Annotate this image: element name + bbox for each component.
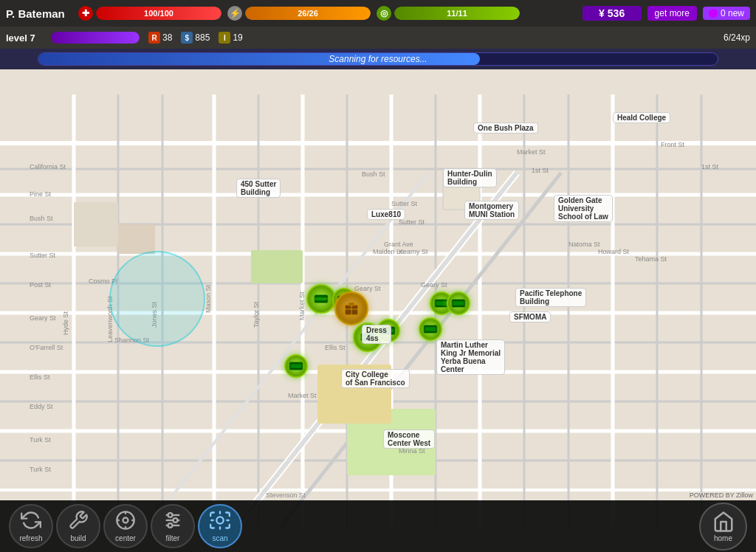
refresh-label: refresh (19, 534, 42, 542)
resource-i-count: I 19 (219, 32, 242, 44)
place-label-luxe: Luxe810 (367, 209, 405, 220)
refresh-button[interactable]: refresh (9, 504, 53, 548)
ap-track: 11/11 (394, 7, 520, 20)
level-xp-track (51, 32, 140, 44)
svg-text:Eddy St: Eddy St (30, 403, 53, 410)
svg-text:Hyde St: Hyde St (62, 311, 69, 335)
svg-text:1st St: 1st St (701, 163, 719, 170)
svg-text:Turk St: Turk St (30, 436, 51, 444)
svg-text:Sutter St: Sutter St (391, 200, 418, 207)
resource-i-value: 19 (233, 32, 242, 43)
svg-point-109 (168, 513, 173, 517)
svg-rect-33 (251, 250, 303, 283)
svg-rect-37 (118, 224, 155, 254)
notif-label: 0 new (721, 8, 744, 18)
resource-s-count: $ 885 (181, 32, 210, 44)
home-icon (712, 511, 735, 533)
svg-text:Howard St: Howard St (598, 248, 630, 255)
svg-rect-99 (425, 327, 436, 331)
scan-progress-track: Scanning for resources... (38, 52, 718, 66)
home-label: home (714, 534, 732, 542)
svg-text:Maiden Ln: Maiden Ln (373, 248, 404, 255)
svg-text:Ellis St: Ellis St (325, 344, 346, 351)
build-label: build (70, 534, 86, 542)
center-button[interactable]: center (103, 504, 148, 548)
svg-text:Stevenson St: Stevenson St (266, 491, 306, 499)
svg-text:Ellis St: Ellis St (30, 373, 50, 381)
resource-s-icon: $ (181, 32, 193, 44)
scan-label: scan (212, 534, 227, 542)
filter-icon (162, 510, 183, 531)
place-label-450sutter: 450 SutterBuilding (236, 179, 281, 198)
svg-text:Market St: Market St (288, 392, 317, 399)
filter-label: filter (166, 534, 180, 542)
portal-marker-8[interactable] (419, 317, 442, 341)
place-label-moscone: MosconeCenter West (383, 429, 435, 449)
scan-status-text: Scanning for resources... (329, 54, 427, 64)
svg-text:Tehama St: Tehama St (635, 255, 667, 263)
energy-icon: ⚡ (227, 6, 242, 21)
hud-row1: P. Bateman ✚ 100/100 ⚡ 26/26 ◎ 11/11 ¥ (0, 0, 756, 27)
place-label-onebush: One Bush Plaza (473, 123, 538, 134)
player-name: P. Bateman (6, 7, 72, 20)
portal-marker-1[interactable] (306, 284, 336, 314)
ap-label: 11/11 (447, 9, 467, 18)
place-label-ggu: Golden GateUniversitySchool of Law (554, 195, 613, 222)
build-button[interactable]: build (56, 504, 100, 548)
svg-text:Taylor St: Taylor St (252, 301, 260, 328)
notification-box[interactable]: 0 new (703, 7, 750, 20)
scan-button[interactable]: scan (198, 504, 242, 548)
svg-text:Turk St: Turk St (30, 466, 51, 473)
svg-text:Front St: Front St (661, 141, 685, 148)
svg-text:Geary St: Geary St (30, 314, 56, 322)
top-hud: P. Bateman ✚ 100/100 ⚡ 26/26 ◎ 11/11 ¥ (0, 0, 756, 49)
map-container[interactable]: California St Pine St Bush St Sutter St … (0, 0, 756, 552)
svg-rect-88 (436, 301, 447, 306)
scan-icon (210, 510, 230, 531)
level-xp-fill (51, 32, 140, 44)
level-bar-group: level 7 (6, 32, 140, 44)
svg-text:Grant Ave: Grant Ave (384, 241, 413, 248)
svg-rect-90 (453, 301, 464, 306)
resource-r-count: R 38 (148, 32, 172, 44)
svg-rect-86 (348, 303, 354, 306)
energy-label: 26/26 (298, 9, 318, 18)
svg-text:Market St: Market St (517, 148, 546, 156)
health-icon: ✚ (78, 6, 93, 21)
svg-text:Pine St: Pine St (30, 190, 52, 198)
svg-rect-92 (291, 364, 302, 368)
get-more-button[interactable]: get more (647, 6, 697, 21)
resource-s-value: 885 (195, 32, 210, 43)
svg-text:Geary St: Geary St (354, 285, 381, 292)
level-label: level 7 (6, 32, 47, 44)
currency-box: ¥ 536 (583, 6, 642, 21)
svg-text:Bush St: Bush St (362, 170, 385, 178)
currency-amount: 536 (608, 7, 625, 19)
place-label-heald: Heald College (613, 112, 670, 123)
scan-radius-circle (109, 251, 205, 347)
place-label-montgomery: MontgomeryMUNI Station (464, 201, 519, 220)
resource-i-icon: I (219, 32, 230, 44)
ap-bar-group: ◎ 11/11 (377, 6, 520, 21)
resource-r-value: 38 (162, 32, 172, 43)
currency-symbol: ¥ (599, 7, 605, 19)
svg-text:Mason St: Mason St (205, 284, 212, 313)
place-label-dress: Dress4ss (362, 325, 391, 344)
svg-text:California St: California St (30, 163, 66, 170)
portal-marker-4[interactable] (447, 291, 470, 315)
svg-text:O'Farrell St: O'Farrell St (30, 344, 63, 351)
ap-icon: ◎ (377, 6, 391, 21)
health-label: 100/100 (144, 9, 173, 18)
box-marker[interactable] (334, 291, 368, 325)
center-label: center (115, 534, 136, 542)
svg-text:Market St: Market St (298, 291, 306, 320)
place-label-pacific: Pacific TelephoneBuilding (515, 288, 586, 307)
portal-marker-5[interactable] (284, 354, 308, 378)
filter-button[interactable]: filter (151, 504, 195, 548)
notif-dot (709, 9, 718, 18)
home-button[interactable]: home (699, 503, 747, 551)
svg-point-111 (168, 523, 173, 528)
svg-rect-36 (74, 202, 118, 246)
xp-label: 6/24xp (724, 32, 750, 43)
resource-r-icon: R (148, 32, 160, 44)
